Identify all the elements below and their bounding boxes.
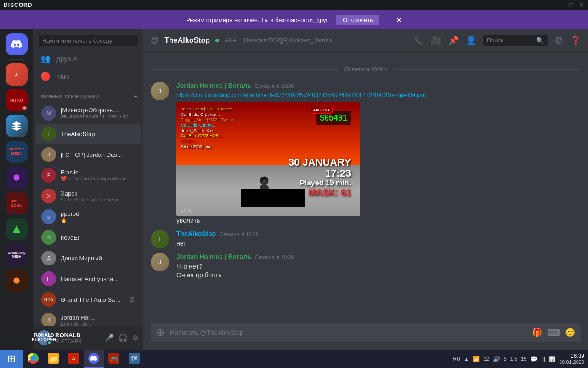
- taskbar-item-chrome[interactable]: [23, 350, 43, 368]
- server-icon-9[interactable]: [6, 270, 28, 292]
- server-icon-5[interactable]: [6, 167, 28, 189]
- msg-avatar-2: T: [151, 230, 169, 248]
- dm-item-thealko[interactable]: T TheAlkoStop: [36, 124, 141, 144]
- dm-name-hamster: Hamster Andryusha ...: [61, 276, 135, 282]
- taskbar-item-explorer[interactable]: 📁: [43, 350, 63, 368]
- at-icon: @: [151, 35, 159, 45]
- app-title: DISCORD: [4, 2, 32, 8]
- arizona-taskbar-icon: A: [68, 353, 79, 364]
- emoji-button[interactable]: 😊: [565, 328, 575, 338]
- dm-name-ppprod: ppprod: [61, 210, 135, 217]
- gta-taskbar-icon: 🎮: [108, 353, 119, 364]
- taskbar-item-arizona[interactable]: A: [63, 350, 84, 368]
- server-icons-sidebar: A NITRO 1 ARIZONAMESA ARIZONA: [0, 29, 33, 350]
- new-dm-button[interactable]: +: [134, 92, 138, 101]
- server-icon-7[interactable]: [6, 218, 28, 240]
- message-input[interactable]: [170, 329, 526, 336]
- language-indicator[interactable]: RU: [452, 356, 460, 362]
- gif-button[interactable]: GIF: [548, 329, 560, 336]
- msg-text-3b: Он на цр блять: [176, 271, 581, 280]
- disable-streamer-button[interactable]: Отключить: [336, 15, 379, 25]
- server-icon-2-wrap: NITRO 1: [6, 89, 28, 111]
- dm-item-minister[interactable]: М [Министр-Обороны... 🎮 Играет в Grand T…: [36, 103, 141, 123]
- dm-info-gta: Grand Theft Auto San ...: [61, 296, 124, 303]
- chat-search-input[interactable]: [487, 37, 532, 44]
- add-attachment-button[interactable]: ⊕: [156, 327, 164, 339]
- msg-text-1: уволить: [176, 216, 581, 225]
- clock-time: 16:39: [559, 353, 584, 359]
- dm-name-harek: Харек: [61, 190, 135, 197]
- dm-section-header: ЛИЧНЫЕ СООБЩЕНИЯ +: [33, 85, 143, 103]
- add-friend-icon[interactable]: 👤: [466, 35, 476, 46]
- user-settings-button[interactable]: ⚙: [131, 333, 140, 343]
- dm-info-jordan: [ГС TCP] Jordan Das...: [61, 151, 135, 158]
- friends-label: Друзья: [56, 55, 77, 63]
- dm-name-denis: Денис Мирный: [61, 255, 135, 262]
- mention-icon[interactable]: @: [555, 35, 563, 45]
- dm-avatar-jordan: J: [41, 147, 56, 162]
- dm-item-fraslie[interactable]: F Fraslie ❤️ ♪ Люблю Альберто Квин...: [36, 165, 141, 185]
- volume-level: 5: [504, 356, 507, 362]
- msg-time-3: Сегодня, в 16:38: [255, 254, 294, 260]
- server-icon-1[interactable]: A: [6, 63, 28, 86]
- dm-section-title: ЛИЧНЫЕ СООБЩЕНИЯ: [40, 94, 99, 99]
- title-bar: DISCORD — □ ✕: [0, 0, 588, 10]
- discord-tray-icon[interactable]: 💬: [530, 356, 537, 362]
- speaker-icon[interactable]: 🔊: [493, 356, 500, 362]
- call-icon[interactable]: 📞: [413, 35, 424, 46]
- dm-avatar-fraslie: F: [41, 168, 56, 183]
- help-icon[interactable]: ❓: [571, 35, 581, 46]
- taskbar-item-discord[interactable]: [84, 350, 104, 368]
- dm-item-jordan[interactable]: J [ГС TCP] Jordan Das...: [36, 144, 141, 165]
- streamer-close-icon[interactable]: ✕: [396, 16, 402, 24]
- dm-name-minister: [Министр-Обороны...: [61, 107, 135, 114]
- dm-name-fraslie: Fraslie: [61, 169, 135, 176]
- minimize-button[interactable]: —: [558, 1, 564, 9]
- server-icon-home[interactable]: [6, 33, 28, 55]
- gift-icon[interactable]: 🎁: [532, 328, 542, 338]
- username-display: RONALD: [55, 332, 100, 339]
- dm-status-minister: 🎮 Играет в Grand Theft Auto S...: [61, 114, 135, 120]
- dm-status-jordan2: Если Вы ду...: [61, 321, 135, 326]
- maximize-button[interactable]: □: [570, 1, 573, 9]
- arizona-badge: ARIZONA: [311, 107, 333, 114]
- taskbar-item-samp[interactable]: 🗺: [124, 350, 144, 368]
- system-clock[interactable]: 16:39 30.01.2020: [559, 353, 584, 365]
- dm-item-ppprod[interactable]: p ppprod 🔥: [36, 207, 141, 227]
- msg-header-3: Jordan Holmes | Веталь Сегодня, в 16:38: [176, 253, 581, 260]
- dm-avatar-denis: Д: [41, 251, 56, 265]
- dm-item-denis[interactable]: Д Денис Мирный: [36, 248, 141, 268]
- search-input[interactable]: [39, 35, 138, 46]
- dm-channel-list: 👥 Друзья 🔴 Nitro ЛИЧНЫЕ СООБЩЕНИЯ + М [М…: [33, 29, 143, 350]
- dm-item-harek[interactable]: Х Харек 🛡 To Protect and to Serve: [36, 186, 141, 206]
- main-layout: A NITRO 1 ARIZONAMESA ARIZONA: [0, 29, 588, 350]
- dm-avatar-minister: М: [41, 106, 56, 121]
- msg-content-3: Jordan Holmes | Веталь Сегодня, в 16:38 …: [176, 253, 581, 280]
- deafen-button[interactable]: 🎧: [118, 333, 129, 343]
- pin-icon[interactable]: 📌: [448, 35, 458, 46]
- dm-avatar-ppprod: p: [41, 209, 56, 224]
- server-icon-4[interactable]: ARIZONAMESA: [6, 141, 28, 163]
- user-controls: 🎤 🎧 ⚙: [104, 333, 140, 343]
- video-icon[interactable]: 🎥: [431, 35, 441, 46]
- nitro-nav-item[interactable]: 🔴 Nitro: [33, 68, 143, 85]
- server-icon-8[interactable]: CommunityMESA: [6, 244, 28, 266]
- friends-nav-item[interactable]: 👥 Друзья: [33, 50, 143, 68]
- start-button[interactable]: ⊞: [0, 350, 23, 368]
- server-icon-6[interactable]: ARIZONA: [6, 192, 28, 214]
- dm-item-jordan2[interactable]: J Jordan Hol... Если Вы ду...: [36, 310, 141, 326]
- taskbar-item-gta[interactable]: 🎮: [104, 350, 124, 368]
- mute-button[interactable]: 🎤: [104, 333, 115, 343]
- dm-name-thealko: TheAlkoStop: [61, 131, 135, 138]
- server-icon-3[interactable]: [6, 115, 28, 137]
- close-button[interactable]: ✕: [579, 1, 584, 9]
- nitro-icon: 🔴: [40, 71, 51, 81]
- dm-item-nova[interactable]: n novaEl: [36, 227, 141, 247]
- dm-item-hamster[interactable]: H Hamster Andryusha ...: [36, 269, 141, 289]
- friends-icon: 👥: [40, 54, 51, 64]
- msg-link-1[interactable]: https://cdn.discordapp.com/attachments/6…: [176, 92, 426, 98]
- msg-avatar-1: J: [151, 82, 169, 100]
- dm-name-jordan2: Jordan Hol...: [61, 314, 135, 321]
- dm-item-gta[interactable]: GTA Grand Theft Auto San ... 🖥: [36, 289, 141, 310]
- date-divider-text: 30 января 2020 г.: [344, 66, 387, 73]
